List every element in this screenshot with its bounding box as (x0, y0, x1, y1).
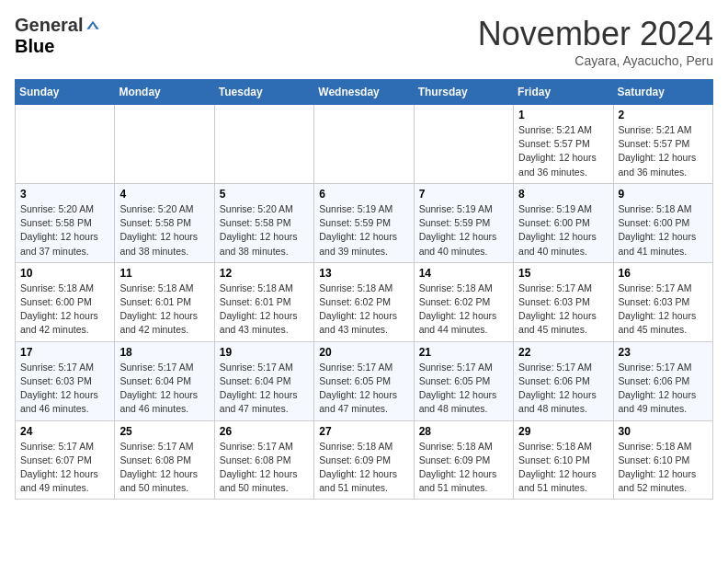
calendar-cell: 9Sunrise: 5:18 AM Sunset: 6:00 PM Daylig… (613, 183, 712, 262)
calendar-cell: 25Sunrise: 5:17 AM Sunset: 6:08 PM Dayli… (115, 420, 214, 500)
day-number: 11 (119, 267, 209, 280)
column-header-tuesday: Tuesday (214, 80, 313, 105)
day-info: Sunrise: 5:17 AM Sunset: 6:03 PM Dayligh… (518, 282, 608, 338)
day-info: Sunrise: 5:20 AM Sunset: 5:58 PM Dayligh… (20, 202, 109, 259)
column-header-wednesday: Wednesday (314, 80, 414, 105)
day-info: Sunrise: 5:18 AM Sunset: 6:01 PM Dayligh… (220, 282, 309, 338)
month-title: November 2024 (478, 15, 713, 53)
calendar-cell (16, 105, 115, 184)
calendar-week-row: 1Sunrise: 5:21 AM Sunset: 5:57 PM Daylig… (16, 105, 713, 184)
calendar-cell: 22Sunrise: 5:17 AM Sunset: 6:06 PM Dayli… (514, 341, 613, 420)
calendar-cell: 6Sunrise: 5:19 AM Sunset: 5:59 PM Daylig… (314, 183, 414, 262)
title-block: November 2024 Cayara, Ayacucho, Peru (478, 15, 713, 68)
day-number: 19 (220, 346, 309, 359)
logo-general-text: General (15, 15, 83, 36)
day-info: Sunrise: 5:18 AM Sunset: 6:09 PM Dayligh… (419, 440, 508, 496)
day-info: Sunrise: 5:21 AM Sunset: 5:57 PM Dayligh… (619, 123, 708, 179)
day-info: Sunrise: 5:18 AM Sunset: 6:10 PM Dayligh… (518, 440, 608, 496)
calendar-cell: 2Sunrise: 5:21 AM Sunset: 5:57 PM Daylig… (613, 105, 712, 184)
column-header-monday: Monday (115, 80, 214, 105)
day-info: Sunrise: 5:17 AM Sunset: 6:03 PM Dayligh… (619, 282, 708, 338)
calendar-cell: 26Sunrise: 5:17 AM Sunset: 6:08 PM Dayli… (214, 420, 313, 500)
day-number: 26 (220, 425, 309, 438)
logo: General Blue (15, 15, 101, 57)
calendar-header-row: SundayMondayTuesdayWednesdayThursdayFrid… (16, 80, 713, 105)
day-number: 7 (419, 188, 508, 201)
day-info: Sunrise: 5:19 AM Sunset: 5:59 PM Dayligh… (419, 202, 508, 259)
day-info: Sunrise: 5:17 AM Sunset: 6:06 PM Dayligh… (619, 361, 708, 417)
day-number: 6 (319, 188, 408, 201)
calendar-cell (414, 105, 513, 184)
calendar-week-row: 10Sunrise: 5:18 AM Sunset: 6:00 PM Dayli… (16, 262, 713, 341)
calendar-week-row: 17Sunrise: 5:17 AM Sunset: 6:03 PM Dayli… (16, 341, 713, 420)
day-number: 3 (20, 188, 109, 201)
calendar-cell: 3Sunrise: 5:20 AM Sunset: 5:58 PM Daylig… (16, 183, 115, 262)
day-number: 8 (518, 188, 608, 201)
calendar-cell: 12Sunrise: 5:18 AM Sunset: 6:01 PM Dayli… (214, 262, 313, 341)
day-info: Sunrise: 5:18 AM Sunset: 6:10 PM Dayligh… (619, 440, 708, 496)
day-info: Sunrise: 5:18 AM Sunset: 6:00 PM Dayligh… (619, 202, 708, 259)
day-number: 13 (319, 267, 408, 280)
day-number: 5 (220, 188, 309, 201)
day-info: Sunrise: 5:17 AM Sunset: 6:07 PM Dayligh… (20, 440, 109, 496)
calendar-cell: 14Sunrise: 5:18 AM Sunset: 6:02 PM Dayli… (414, 262, 513, 341)
day-info: Sunrise: 5:19 AM Sunset: 5:59 PM Dayligh… (319, 202, 408, 259)
day-info: Sunrise: 5:17 AM Sunset: 6:08 PM Dayligh… (220, 440, 309, 496)
day-info: Sunrise: 5:19 AM Sunset: 6:00 PM Dayligh… (518, 202, 608, 259)
day-info: Sunrise: 5:18 AM Sunset: 6:01 PM Dayligh… (119, 282, 209, 338)
day-number: 30 (619, 425, 708, 438)
day-info: Sunrise: 5:17 AM Sunset: 6:05 PM Dayligh… (319, 361, 408, 417)
day-number: 16 (619, 267, 708, 280)
day-number: 25 (119, 425, 209, 438)
day-number: 21 (419, 346, 508, 359)
calendar-cell: 29Sunrise: 5:18 AM Sunset: 6:10 PM Dayli… (514, 420, 613, 500)
calendar-cell: 30Sunrise: 5:18 AM Sunset: 6:10 PM Dayli… (613, 420, 712, 500)
day-number: 24 (20, 425, 109, 438)
calendar-cell: 10Sunrise: 5:18 AM Sunset: 6:00 PM Dayli… (16, 262, 115, 341)
day-info: Sunrise: 5:18 AM Sunset: 6:09 PM Dayligh… (319, 440, 408, 496)
calendar-cell: 17Sunrise: 5:17 AM Sunset: 6:03 PM Dayli… (16, 341, 115, 420)
day-info: Sunrise: 5:18 AM Sunset: 6:00 PM Dayligh… (20, 282, 109, 338)
day-number: 1 (518, 109, 608, 121)
day-info: Sunrise: 5:17 AM Sunset: 6:04 PM Dayligh… (220, 361, 309, 417)
column-header-sunday: Sunday (16, 80, 115, 105)
column-header-thursday: Thursday (414, 80, 513, 105)
calendar-cell: 5Sunrise: 5:20 AM Sunset: 5:58 PM Daylig… (214, 183, 313, 262)
calendar-cell: 13Sunrise: 5:18 AM Sunset: 6:02 PM Dayli… (314, 262, 414, 341)
day-info: Sunrise: 5:17 AM Sunset: 6:05 PM Dayligh… (419, 361, 508, 417)
calendar-cell: 20Sunrise: 5:17 AM Sunset: 6:05 PM Dayli… (314, 341, 414, 420)
day-number: 27 (319, 425, 408, 438)
calendar-cell: 18Sunrise: 5:17 AM Sunset: 6:04 PM Dayli… (115, 341, 214, 420)
day-number: 14 (419, 267, 508, 280)
calendar-cell: 4Sunrise: 5:20 AM Sunset: 5:58 PM Daylig… (115, 183, 214, 262)
day-info: Sunrise: 5:17 AM Sunset: 6:08 PM Dayligh… (119, 440, 209, 496)
calendar-cell: 23Sunrise: 5:17 AM Sunset: 6:06 PM Dayli… (613, 341, 712, 420)
calendar-cell: 28Sunrise: 5:18 AM Sunset: 6:09 PM Dayli… (414, 420, 513, 500)
calendar-cell: 27Sunrise: 5:18 AM Sunset: 6:09 PM Dayli… (314, 420, 414, 500)
calendar-week-row: 3Sunrise: 5:20 AM Sunset: 5:58 PM Daylig… (16, 183, 713, 262)
day-number: 28 (419, 425, 508, 438)
day-number: 20 (319, 346, 408, 359)
day-number: 10 (20, 267, 109, 280)
day-number: 12 (220, 267, 309, 280)
day-number: 22 (518, 346, 608, 359)
day-number: 23 (619, 346, 708, 359)
day-info: Sunrise: 5:17 AM Sunset: 6:06 PM Dayligh… (518, 361, 608, 417)
calendar-cell: 15Sunrise: 5:17 AM Sunset: 6:03 PM Dayli… (514, 262, 613, 341)
day-number: 17 (20, 346, 109, 359)
calendar-cell: 1Sunrise: 5:21 AM Sunset: 5:57 PM Daylig… (514, 105, 613, 184)
day-info: Sunrise: 5:20 AM Sunset: 5:58 PM Dayligh… (220, 202, 309, 259)
page-header: General Blue November 2024 Cayara, Ayacu… (15, 15, 713, 68)
calendar-cell: 11Sunrise: 5:18 AM Sunset: 6:01 PM Dayli… (115, 262, 214, 341)
calendar-week-row: 24Sunrise: 5:17 AM Sunset: 6:07 PM Dayli… (16, 420, 713, 500)
calendar-table: SundayMondayTuesdayWednesdayThursdayFrid… (15, 79, 713, 500)
calendar-cell: 21Sunrise: 5:17 AM Sunset: 6:05 PM Dayli… (414, 341, 513, 420)
calendar-cell (314, 105, 414, 184)
day-info: Sunrise: 5:20 AM Sunset: 5:58 PM Dayligh… (119, 202, 209, 259)
day-info: Sunrise: 5:21 AM Sunset: 5:57 PM Dayligh… (518, 123, 608, 179)
day-info: Sunrise: 5:17 AM Sunset: 6:03 PM Dayligh… (20, 361, 109, 417)
calendar-cell: 16Sunrise: 5:17 AM Sunset: 6:03 PM Dayli… (613, 262, 712, 341)
calendar-cell: 8Sunrise: 5:19 AM Sunset: 6:00 PM Daylig… (514, 183, 613, 262)
day-number: 2 (619, 109, 708, 121)
calendar-cell (214, 105, 313, 184)
